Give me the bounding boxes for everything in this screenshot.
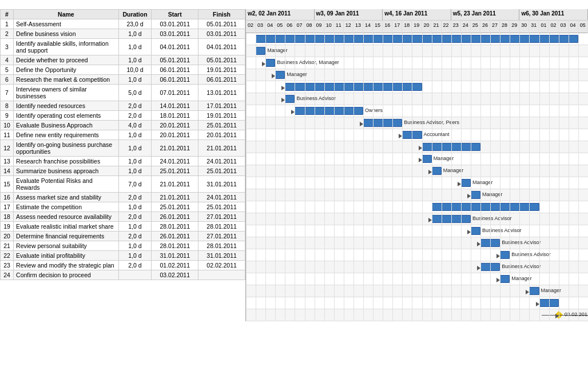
gantt-bar-label: Business Advisor bbox=[482, 228, 522, 233]
row-start: 25.01.2011 bbox=[152, 166, 198, 176]
day-label: 04 bbox=[265, 21, 275, 33]
row-name: Assess needed resource availability bbox=[14, 212, 119, 222]
gantt-bar-label: Manager bbox=[287, 71, 307, 77]
row-finish: 31.01.2011 bbox=[198, 251, 245, 261]
gantt-row: Manager bbox=[246, 189, 588, 201]
row-duration: 10,0 d bbox=[118, 65, 152, 75]
dependency-arrow bbox=[262, 62, 265, 66]
row-duration: 1,0 d bbox=[118, 55, 152, 65]
table-row: 4 Decide whether to proceed 1,0 d 05.01.… bbox=[1, 55, 245, 65]
row-num: 21 bbox=[1, 241, 14, 251]
table-row: 16 Assess market size and stability 2,0 … bbox=[1, 193, 245, 202]
row-num: 24 bbox=[1, 270, 14, 280]
gantt-bar-label: Owners bbox=[365, 107, 383, 113]
row-finish: 24.01.2011 bbox=[198, 193, 245, 202]
day-label: 05 bbox=[275, 21, 285, 33]
gantt-bar-label: Manager bbox=[472, 179, 493, 185]
row-duration: 2,0 d bbox=[118, 232, 152, 241]
row-num: 15 bbox=[1, 176, 14, 193]
row-finish: 25.01.2011 bbox=[198, 166, 245, 176]
gantt-row: 03.02.2011 bbox=[246, 309, 588, 321]
row-name: Identify available skills, information a… bbox=[14, 39, 119, 55]
gantt-bar bbox=[432, 215, 471, 223]
gantt-bar bbox=[256, 35, 578, 43]
row-start: 03.01.2011 bbox=[152, 29, 198, 39]
dependency-arrow bbox=[555, 314, 559, 318]
col-header-num: # bbox=[1, 10, 14, 19]
gantt-chart-section: w2, 02 Jan 2011w3, 09 Jan 2011w4, 16 Jan… bbox=[246, 9, 588, 321]
gantt-row: Manager bbox=[246, 45, 588, 57]
row-duration: 1,0 d bbox=[118, 166, 152, 176]
row-name: Evaluate Potential Risks and Rewards bbox=[14, 176, 119, 193]
gantt-row bbox=[246, 81, 588, 93]
gantt-bar-label: Manager bbox=[267, 47, 288, 53]
dependency-arrow bbox=[419, 146, 422, 150]
day-label: 22 bbox=[442, 21, 451, 33]
table-row: 14 Summarize business approach 1,0 d 25.… bbox=[1, 166, 245, 176]
row-name: Estimate the competition bbox=[14, 202, 119, 212]
day-label: 04 bbox=[569, 21, 578, 33]
gantt-row: Manager bbox=[246, 177, 588, 189]
row-num: 10 bbox=[1, 121, 14, 130]
table-row: 11 Define new entity requirements 1,0 d … bbox=[1, 130, 245, 140]
day-label: 12 bbox=[344, 21, 353, 33]
day-label: 13 bbox=[353, 21, 363, 33]
dependency-arrow bbox=[281, 98, 285, 102]
row-num: 7 bbox=[1, 85, 14, 101]
day-label: 27 bbox=[490, 21, 500, 33]
gantt-row: Manager bbox=[246, 69, 588, 81]
gantt-bar bbox=[275, 71, 285, 79]
row-name: Identify needed resources bbox=[14, 101, 119, 111]
gantt-bar-label: Business Advisor bbox=[296, 95, 336, 101]
dependency-arrow bbox=[467, 194, 471, 198]
gantt-row: Business Advisor bbox=[246, 249, 588, 261]
table-row: 17 Estimate the competition 1,0 d 25.01.… bbox=[1, 202, 245, 212]
gantt-bar-label: Manager bbox=[482, 191, 503, 197]
row-finish: 27.01.2011 bbox=[198, 212, 245, 222]
row-name: Identify operating cost elements bbox=[14, 111, 119, 121]
day-label: 15 bbox=[373, 21, 383, 33]
row-finish: 19.01.2011 bbox=[198, 65, 245, 75]
col-header-name: Name bbox=[14, 10, 119, 19]
day-label: 03 bbox=[256, 21, 265, 33]
gantt-bar bbox=[422, 143, 481, 151]
table-row: 24 Confirm decision to proceed 03.02.201… bbox=[1, 270, 245, 280]
row-name: Interview owners of similar businesses bbox=[14, 85, 119, 101]
row-num: 23 bbox=[1, 261, 14, 270]
row-name: Research franchise possibilities bbox=[14, 157, 119, 166]
col-header-start: Start bbox=[152, 10, 198, 19]
row-finish: 17.01.2011 bbox=[198, 101, 245, 111]
row-finish: 28.01.2011 bbox=[198, 241, 245, 251]
gantt-bar bbox=[539, 299, 559, 307]
table-row: 20 Determine financial requirements 2,0 … bbox=[1, 232, 245, 241]
table-row: 23 Review and modify the strategic plan … bbox=[1, 261, 245, 270]
dependency-arrow bbox=[536, 302, 539, 306]
row-start: 21.01.2011 bbox=[152, 193, 198, 202]
row-num: 4 bbox=[1, 55, 14, 65]
gantt-bar bbox=[402, 131, 422, 139]
row-start: 03.01.2011 bbox=[152, 19, 198, 29]
gantt-bar bbox=[265, 59, 275, 67]
row-start: 20.01.2011 bbox=[152, 130, 198, 140]
day-label: 16 bbox=[383, 21, 392, 33]
day-label: 02 bbox=[549, 21, 558, 33]
gantt-header: w2, 02 Jan 2011w3, 09 Jan 2011w4, 16 Jan… bbox=[246, 9, 588, 33]
table-row: 1 Self-Assessment 23,0 d 03.01.2011 05.0… bbox=[1, 19, 245, 29]
gantt-bar-label: Accountant bbox=[424, 131, 450, 137]
dependency-arrow bbox=[291, 110, 295, 114]
row-name: Confirm decision to proceed bbox=[14, 270, 119, 280]
row-duration: 1,0 d bbox=[118, 29, 152, 39]
row-finish: 13.01.2011 bbox=[198, 85, 245, 101]
day-label: 10 bbox=[324, 21, 334, 33]
row-num: 13 bbox=[1, 157, 14, 166]
row-start: 14.01.2011 bbox=[152, 101, 198, 111]
row-num: 18 bbox=[1, 212, 14, 222]
gantt-bar bbox=[461, 179, 471, 187]
day-label: 26 bbox=[480, 21, 490, 33]
row-finish: 02.02.2011 bbox=[198, 261, 245, 270]
day-label: 02 bbox=[246, 21, 256, 33]
week-label: w4, 16 Jan 2011 bbox=[383, 9, 451, 20]
gantt-bar bbox=[256, 47, 265, 55]
table-row: 8 Identify needed resources 2,0 d 14.01.… bbox=[1, 101, 245, 111]
row-duration: 2,0 d bbox=[118, 111, 152, 121]
